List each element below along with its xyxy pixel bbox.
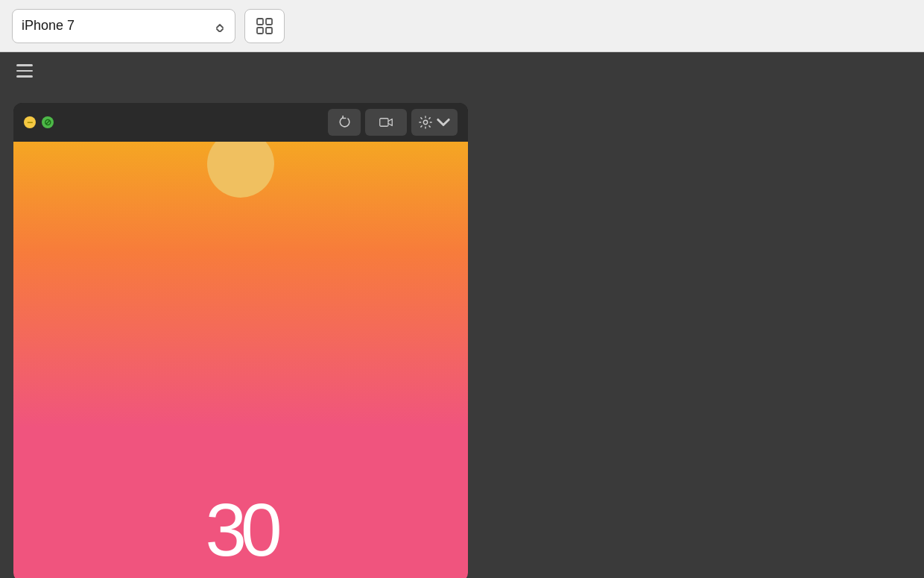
record-icon (379, 116, 393, 129)
record-button[interactable] (365, 109, 407, 136)
avatar-circle (207, 142, 274, 198)
top-bar: iPhone 7 (0, 0, 924, 52)
rotate-icon (338, 116, 351, 129)
svg-rect-4 (380, 119, 388, 127)
simulator-toolbar: − ⊘ (13, 103, 468, 142)
device-selector[interactable]: iPhone 7 (12, 9, 235, 43)
simulator-window: − ⊘ (13, 103, 468, 578)
svg-rect-0 (257, 19, 263, 25)
iphone-screen: 30 (13, 142, 468, 578)
gear-icon (419, 116, 432, 129)
settings-button[interactable] (411, 109, 458, 136)
rotate-button[interactable] (328, 109, 361, 136)
minimize-button[interactable]: − (24, 116, 36, 128)
svg-rect-3 (266, 28, 272, 34)
svg-point-5 (423, 120, 427, 124)
minus-icon: − (27, 117, 33, 128)
hamburger-line (16, 64, 33, 66)
chevron-updown-icon (214, 20, 226, 32)
fit-to-screen-button[interactable] (244, 9, 285, 43)
no-icon: ⊘ (44, 118, 51, 127)
toolbar-buttons (328, 109, 458, 136)
screen-numbers: 30 (205, 492, 276, 567)
svg-rect-1 (266, 19, 272, 25)
menu-button[interactable] (12, 60, 37, 82)
hamburger-line (16, 75, 33, 78)
traffic-lights: − ⊘ (24, 116, 54, 128)
secondary-bar (0, 52, 924, 89)
svg-rect-2 (257, 28, 263, 34)
hamburger-line (16, 70, 33, 72)
fit-icon (255, 16, 274, 36)
main-area: − ⊘ (0, 89, 924, 578)
stop-button[interactable]: ⊘ (42, 116, 54, 128)
chevron-down-icon (437, 116, 450, 129)
device-selector-text: iPhone 7 (22, 18, 75, 34)
